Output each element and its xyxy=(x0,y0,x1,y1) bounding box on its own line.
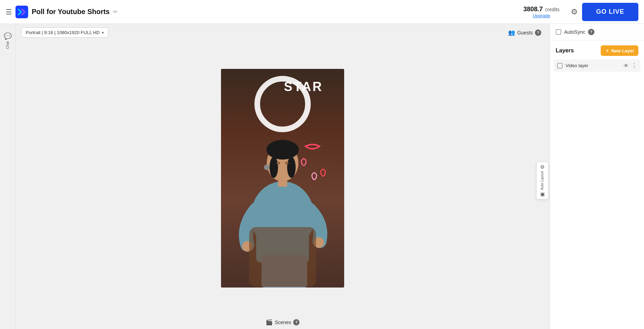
new-layer-button[interactable]: ＋ New Layer xyxy=(601,45,638,56)
video-preview: STAR xyxy=(221,69,344,288)
svg-point-8 xyxy=(266,140,299,160)
video-placeholder: STAR xyxy=(221,69,344,288)
layer-more-icon[interactable]: ⋮ xyxy=(631,62,637,69)
guests-help-icon[interactable]: ? xyxy=(535,30,541,36)
header: ☰ Poll for Youtube Shorts ✏ 3808.7 credi… xyxy=(0,0,644,24)
edit-icon[interactable]: ✏ xyxy=(113,8,118,15)
auto-layout-label: Auto Layout xyxy=(540,171,544,190)
guests-icon: 👥 xyxy=(508,29,515,36)
scenes-control[interactable]: 🎬 Scenes ? xyxy=(266,319,300,325)
chat-icon: 💬 xyxy=(4,32,12,40)
chat-panel[interactable]: 💬 Chat xyxy=(2,30,13,52)
scenes-label: Scenes xyxy=(275,320,291,325)
go-live-button[interactable]: GO LIVE xyxy=(582,3,638,21)
right-sidebar: AutoSync ? Layers ＋ New Layer Video laye… xyxy=(550,24,644,329)
person-figure xyxy=(221,69,344,288)
header-left: ☰ Poll for Youtube Shorts ✏ xyxy=(6,6,519,18)
guests-control[interactable]: 👥 Guests ? xyxy=(508,29,541,36)
layer-eye-icon[interactable]: 👁 xyxy=(624,63,629,69)
center-area: Portrait | 9:16 | 1080x1920 FULL HD ▾ 👥 … xyxy=(15,24,550,329)
chat-label: Chat xyxy=(6,41,10,49)
autosync-checkbox[interactable] xyxy=(556,29,561,35)
hamburger-icon[interactable]: ☰ xyxy=(6,8,12,16)
top-controls: Portrait | 9:16 | 1080x1920 FULL HD ▾ 👥 … xyxy=(15,24,550,41)
autosync-label: AutoSync xyxy=(564,29,585,35)
settings-icon[interactable]: ⚙ xyxy=(571,7,578,17)
svg-point-13 xyxy=(285,162,289,164)
video-container: STAR xyxy=(221,41,344,315)
header-right: ⚙ GO LIVE xyxy=(571,3,638,21)
svg-point-9 xyxy=(270,157,278,178)
credits-amount: 3808.7 xyxy=(523,6,543,13)
logo xyxy=(15,6,28,18)
credits-block: 3808.7 credits Upgrade xyxy=(523,6,560,18)
main-area: 💬 Chat Portrait | 9:16 | 1080x1920 FULL … xyxy=(0,24,644,329)
left-sidebar: 💬 Chat xyxy=(0,24,15,329)
scenes-icon: 🎬 xyxy=(266,319,273,325)
layers-title: Layers xyxy=(556,47,574,54)
layers-header: Layers ＋ New Layer xyxy=(550,40,644,59)
autosync-help-icon[interactable]: ? xyxy=(588,29,594,35)
layer-item: Video layer 👁 ⋮ xyxy=(554,59,640,72)
svg-point-11 xyxy=(264,164,270,170)
auto-layout-grid-icon: ▣ xyxy=(540,191,545,197)
auto-layout-panel[interactable]: ⚙ Auto Layout ▣ xyxy=(536,162,548,199)
new-layer-plus-icon: ＋ xyxy=(605,47,610,54)
svg-rect-14 xyxy=(249,227,316,287)
auto-layout-settings-icon: ⚙ xyxy=(540,164,545,170)
new-layer-label: New Layer xyxy=(611,48,634,53)
layer-checkbox[interactable] xyxy=(557,63,563,69)
project-title: Poll for Youtube Shorts xyxy=(32,8,109,16)
autosync-row: AutoSync ? xyxy=(550,24,644,40)
layer-name: Video layer xyxy=(566,63,621,68)
scenes-help-icon[interactable]: ? xyxy=(293,319,299,325)
resolution-label: Portrait | 9:16 | 1080x1920 FULL HD xyxy=(26,30,100,35)
svg-point-10 xyxy=(287,157,296,178)
svg-point-12 xyxy=(277,162,280,164)
upgrade-link[interactable]: Upgrade xyxy=(523,13,560,18)
bottom-controls: 🎬 Scenes ? xyxy=(15,315,550,329)
guests-label: Guests xyxy=(517,30,533,36)
chevron-down-icon: ▾ xyxy=(102,30,104,35)
credits-label: credits xyxy=(545,7,560,12)
resolution-select[interactable]: Portrait | 9:16 | 1080x1920 FULL HD ▾ xyxy=(21,27,108,38)
